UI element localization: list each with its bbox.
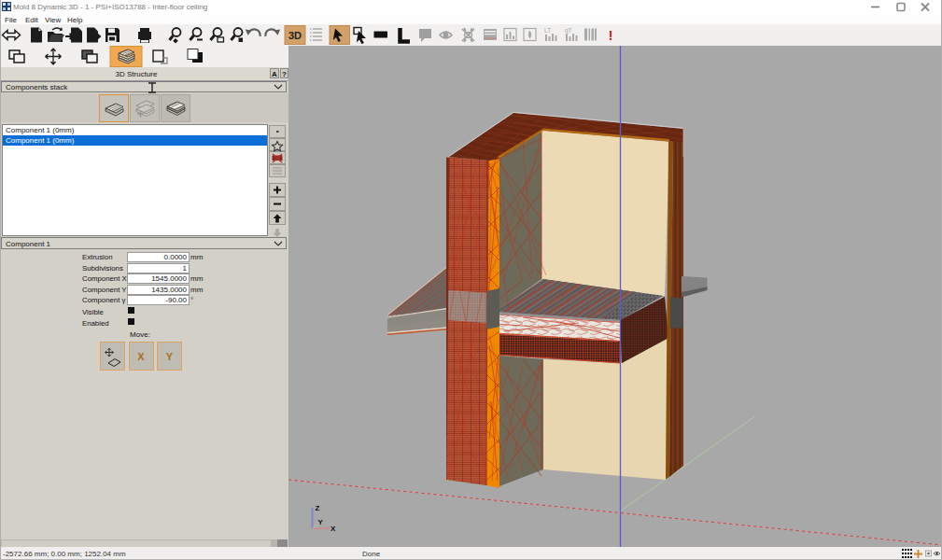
svg-text:X: X (330, 525, 336, 533)
svg-text:!: ! (609, 28, 613, 43)
svg-text:3D: 3D (288, 30, 302, 41)
svg-text:Z: Z (316, 504, 320, 512)
svg-text:gT: gT (565, 27, 572, 35)
svg-text:LT: LT (544, 27, 551, 34)
svg-text:Y: Y (318, 518, 324, 526)
